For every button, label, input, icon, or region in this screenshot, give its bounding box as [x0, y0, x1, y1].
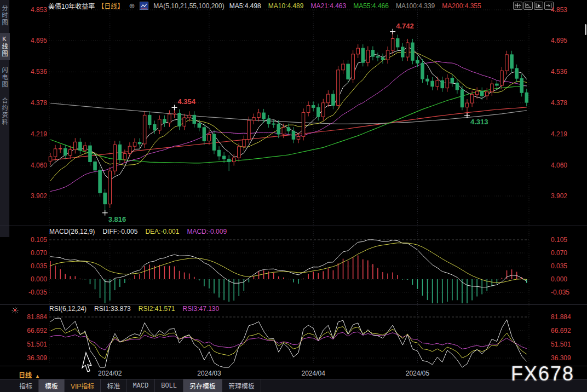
- macd-axis-label: 0.070: [18, 249, 47, 257]
- main-axis-label: 4.695: [18, 37, 47, 44]
- toolbar-tab-2[interactable]: VIP指标: [65, 379, 101, 392]
- rsi-axis-label: 66.692: [18, 327, 47, 335]
- rsi-axis-label: 36.309: [18, 354, 47, 362]
- main-axis-label: 4.219: [18, 130, 47, 138]
- sidebar-item-1[interactable]: K线图: [0, 33, 10, 60]
- rsi-panel-header: RSI(6,12,24) RSI1:33.873 RSI2:41.571 RSI…: [49, 305, 219, 313]
- instrument-title: 美债10年收益率: [48, 1, 95, 10]
- toolbar-tab-6[interactable]: 另存模板: [183, 379, 222, 392]
- main-axis-label: 4.378: [18, 99, 47, 107]
- macd-axis-label: -0.035: [18, 289, 47, 296]
- macd-diff-line: [50, 240, 527, 287]
- macd-axis-label: 0.105: [551, 236, 567, 244]
- price-annotation: 4.354: [178, 97, 196, 106]
- candlestick-layer: [49, 32, 528, 213]
- toolbar-tab-4[interactable]: MACD: [126, 379, 155, 392]
- main-axis-label: 4.060: [18, 162, 47, 169]
- ma-value-chip: MA100:4.339: [396, 2, 435, 10]
- ma-value-chip: MA200:4.355: [442, 2, 481, 10]
- ma-values: MA5:4.498MA10:4.489MA21:4.463MA55:4.466M…: [229, 2, 481, 10]
- indicator-toolbar: 指标模板VIP指标标准MACDBOLL另存模板管理模板: [0, 379, 587, 392]
- macd-diff-value: DIFF:-0.005: [102, 228, 137, 235]
- pan-icon[interactable]: [513, 2, 522, 10]
- rsi-axis-label: 51.501: [18, 341, 47, 348]
- toolbar-tab-5[interactable]: BOLL: [155, 379, 183, 392]
- main-axis-label: 4.060: [551, 162, 567, 169]
- chart-type-sidebar: 分时图K线图闪电图合约资料: [0, 0, 9, 237]
- panel-divider[interactable]: [0, 226, 587, 226]
- chart-header: 美债10年收益率 【日线】 ⊕ MA(5,10,21,55,100,200) M…: [48, 1, 481, 10]
- main-axis-label: 4.536: [18, 68, 47, 76]
- add-indicator-icon[interactable]: ⊕: [129, 2, 135, 9]
- ma-params-label: MA(5,10,21,55,100,200): [153, 2, 224, 10]
- ma-value-chip: MA21:4.463: [310, 2, 346, 10]
- main-axis-label: 3.902: [18, 192, 47, 200]
- period-tag: 【日线】: [97, 1, 124, 10]
- rsi-axis-label: 81.884: [551, 313, 571, 321]
- rsi-axis-label: 36.309: [551, 354, 571, 362]
- macd-axis-label: 0.000: [551, 275, 567, 283]
- triangle-up-icon: ▲: [35, 373, 40, 379]
- macd-axis-label: 0.035: [18, 262, 47, 270]
- ma-value-chip: MA10:4.489: [268, 2, 304, 10]
- ma-value-chip: MA55:4.466: [353, 2, 389, 10]
- macd-axis-label: 0.105: [18, 236, 47, 244]
- chart-window-controls: [513, 2, 554, 10]
- sidebar-item-0[interactable]: 分时图: [0, 2, 10, 29]
- chart-canvas[interactable]: 4.7424.3543.8164.313: [0, 0, 587, 392]
- ma100-line: [50, 103, 527, 124]
- toolbar-tab-1[interactable]: 模板: [39, 379, 65, 392]
- macd-axis-label: 0.000: [18, 275, 47, 283]
- macd-dea-value: DEA:-0.001: [145, 228, 179, 235]
- sidebar-item-3[interactable]: 合约资料: [0, 95, 10, 129]
- axis-play-icon[interactable]: [534, 2, 543, 10]
- main-axis-label: 4.219: [551, 130, 567, 138]
- macd-axis-label: 0.035: [551, 262, 567, 270]
- ma5-line: [50, 47, 527, 180]
- main-axis-label: 4.853: [551, 6, 567, 14]
- toolbar-tab-7[interactable]: 管理模板: [222, 379, 261, 392]
- ma10-line: [50, 52, 527, 181]
- chart-style-icon[interactable]: [140, 2, 148, 10]
- rsi-params: RSI(6,12,24): [49, 305, 87, 313]
- ma-value-chip: MA5:4.498: [229, 2, 261, 10]
- price-annotation: 3.816: [108, 215, 126, 223]
- rsi-axis-label: 66.692: [551, 327, 571, 335]
- macd-params: MACD(26,12,9): [49, 228, 95, 235]
- main-axis-label: 4.853: [18, 6, 47, 14]
- rsi1-value: RSI1:33.873: [94, 305, 131, 313]
- rsi-axis-label: 81.884: [18, 313, 47, 321]
- macd-macd-value: MACD:-0.009: [187, 228, 227, 235]
- toolbar-tab-0[interactable]: 指标: [13, 379, 39, 392]
- time-axis-row: 日线▲: [0, 366, 587, 379]
- price-annotation: 4.313: [470, 118, 488, 126]
- main-axis-label: 4.536: [551, 68, 567, 76]
- toolbar-tab-3[interactable]: 标准: [101, 379, 126, 392]
- panel-divider[interactable]: [0, 304, 587, 305]
- scrollbar-thumb[interactable]: [585, 24, 586, 35]
- rsi3-value: RSI3:47.130: [182, 305, 219, 313]
- macd-axis-label: -0.035: [551, 289, 569, 296]
- rsi2-value: RSI2:41.571: [139, 305, 175, 313]
- macd-panel-header: MACD(26,12,9) DIFF:-0.005 DEA:-0.001 MAC…: [49, 228, 227, 235]
- macd-axis-label: 0.070: [551, 249, 567, 257]
- chart-window: 4.7424.3543.8164.313 分时图K线图闪电图合约资料 美债10年…: [0, 0, 587, 392]
- main-axis-label: 3.902: [551, 192, 567, 200]
- main-axis-label: 4.378: [551, 99, 567, 107]
- watermark: FX678: [511, 362, 574, 385]
- price-annotation: 4.742: [396, 22, 414, 30]
- main-axis-label: 4.695: [551, 37, 567, 44]
- sidebar-item-2[interactable]: 闪电图: [0, 64, 10, 91]
- rsi-axis-label: 51.501: [551, 341, 571, 348]
- period-selector[interactable]: 日线▲: [19, 370, 40, 379]
- axis-range-left-icon[interactable]: [523, 2, 533, 10]
